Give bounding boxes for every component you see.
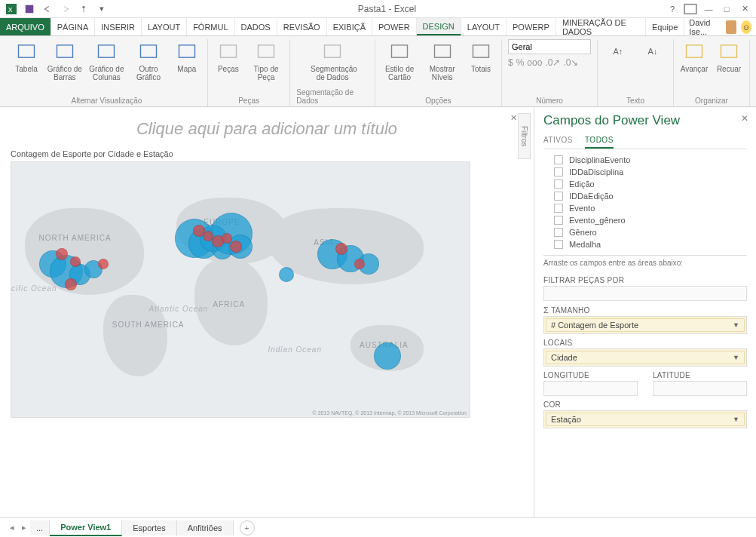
add-sheet-button[interactable]: + [240,520,255,535]
maximize-button[interactable]: □ [718,2,735,17]
ribbon-button[interactable]: Gráfico de Barras [47,39,83,81]
tab-dados[interactable]: DADOS [235,18,277,35]
close-icon[interactable]: ✕ [741,113,748,124]
title-placeholder[interactable]: Clique aqui para adicionar um título [11,119,523,139]
checkbox[interactable] [554,180,563,189]
area-latitude[interactable] [653,381,747,396]
currency-icon[interactable]: $ [508,57,513,68]
map-bubble[interactable] [374,342,401,370]
sheet-ellipsis[interactable]: ... [30,520,50,535]
map-bubble[interactable] [70,256,81,267]
area-size[interactable]: # Contagem de Esporte▼ [543,316,747,334]
field-item[interactable]: IDDaEdição [543,192,747,201]
minimize-button[interactable]: — [700,2,717,17]
comma-icon[interactable]: ооо [527,57,542,68]
tab-file[interactable]: ARQUIVO [0,18,51,35]
ribbon-button[interactable]: Estilo de Cartão [381,39,418,81]
field-item[interactable]: Gênero [543,228,747,237]
sheet-tab[interactable]: Esportes [122,520,176,535]
checkbox[interactable] [554,192,563,201]
checkbox[interactable] [554,240,563,249]
tab-powerp[interactable]: POWERP [507,18,556,35]
field-pill-size[interactable]: # Contagem de Esporte▼ [546,318,745,332]
filters-tab[interactable]: Filtros [518,113,531,159]
ribbon-button[interactable]: Gráfico de Colunas [89,39,125,81]
user-account[interactable]: David Ise... ☺ [684,18,756,35]
save-button[interactable] [21,2,38,17]
ribbon-button[interactable]: Totais [467,39,495,81]
ribbon-group-label: Organizar [695,97,728,106]
field-item[interactable]: Evento [543,204,747,213]
tab-layout[interactable]: LAYOUT [142,18,187,35]
tab-design[interactable]: DESIGN [417,18,461,35]
decrease-decimal-icon[interactable]: .0↘ [563,57,578,68]
power-view-canvas[interactable]: ✕ Filtros Clique aqui para adicionar um … [0,107,534,517]
help-button[interactable]: ? [664,2,681,17]
area-color[interactable]: Estação▼ [543,410,747,428]
field-pill-locations[interactable]: Cidade▼ [546,351,745,364]
checkbox[interactable] [554,155,563,164]
ribbon-button[interactable]: Outro Gráfico [130,39,167,81]
decrease-font-button[interactable]: A↓ [638,39,667,63]
sheet-tab[interactable]: Power View1 [50,520,122,536]
close-button[interactable]: ✕ [736,2,753,17]
increase-decimal-icon[interactable]: .0↗ [545,57,560,68]
tab-revisão[interactable]: REVISÃO [277,18,327,35]
sheet-nav-prev[interactable]: ◂ [6,523,18,532]
map-bubble[interactable] [98,259,109,269]
sheet-tab[interactable]: Anfitriões [177,520,234,535]
field-item[interactable]: Medalha [543,240,747,249]
tab-página[interactable]: PÁGINA [51,18,96,35]
field-item[interactable]: Edição [543,180,747,189]
area-locations[interactable]: Cidade▼ [543,348,747,367]
field-item[interactable]: IDDaDisciplina [543,167,747,176]
checkbox[interactable] [554,216,563,225]
redo-button[interactable] [57,2,74,17]
touch-mode-button[interactable] [75,2,92,17]
chevron-down-icon[interactable]: ▼ [733,321,739,329]
map-bubble[interactable] [56,248,68,260]
area-filter[interactable] [543,286,747,301]
ribbon-button[interactable]: Mapa [173,39,201,81]
ribbon-group-number: $ % ооо .0↗ .0↘ Número [502,39,598,106]
area-longitude[interactable] [543,381,638,396]
ribbon-display-button[interactable] [682,2,699,17]
field-item[interactable]: Evento_gênero [543,216,747,225]
undo-button[interactable] [39,2,56,17]
percent-icon[interactable]: % [516,57,525,68]
map-bubble[interactable] [279,267,294,282]
tab-mineração de dados[interactable]: MINERAÇÃO DE DADOS [556,18,646,35]
svg-rect-15 [473,45,489,57]
ribbon-button[interactable]: Peças [214,39,243,81]
ribbon-button[interactable]: Tipo de Peça [249,39,284,81]
tab-fórmul[interactable]: FÓRMUL [187,18,234,35]
map-bubble[interactable] [230,241,242,253]
checkbox[interactable] [554,204,563,213]
map-visualization[interactable]: NORTH AMERICA SOUTH AMERICA AFRICA EUROP… [11,161,470,418]
field-pill-color[interactable]: Estação▼ [546,413,745,426]
qat-customize-button[interactable]: ▾ [93,2,110,17]
tab-active-fields[interactable]: ATIVOS [543,133,573,149]
ribbon-button[interactable]: Tabela [12,39,41,81]
number-format-select[interactable] [508,39,591,54]
tab-all-fields[interactable]: TODOS [585,133,614,149]
tab-exibiçã[interactable]: EXIBIÇÃ [327,18,372,35]
checkbox[interactable] [554,167,563,176]
tab-layout[interactable]: LAYOUT [461,18,507,35]
tab-equipe[interactable]: Equipe [646,18,684,35]
ribbon-button[interactable]: Recuar [715,39,743,73]
ribbon-button[interactable]: Avançar [680,39,709,73]
tab-inserir[interactable]: INSERIR [95,18,142,35]
map-bubble[interactable] [335,243,347,255]
ribbon-button[interactable]: Segmentação de Dados [311,39,354,81]
chevron-down-icon[interactable]: ▼ [733,354,739,361]
ribbon-button[interactable]: Mostrar Níveis [424,39,461,81]
field-item[interactable]: DisciplinaEvento [543,155,747,164]
sheet-nav-next[interactable]: ▸ [18,523,30,532]
tab-power[interactable]: POWER [372,18,417,35]
close-icon[interactable]: ✕ [510,113,517,123]
checkbox[interactable] [554,228,563,237]
svg-rect-6 [57,45,72,57]
chevron-down-icon[interactable]: ▼ [733,416,739,423]
increase-font-button[interactable]: A↑ [604,39,632,63]
